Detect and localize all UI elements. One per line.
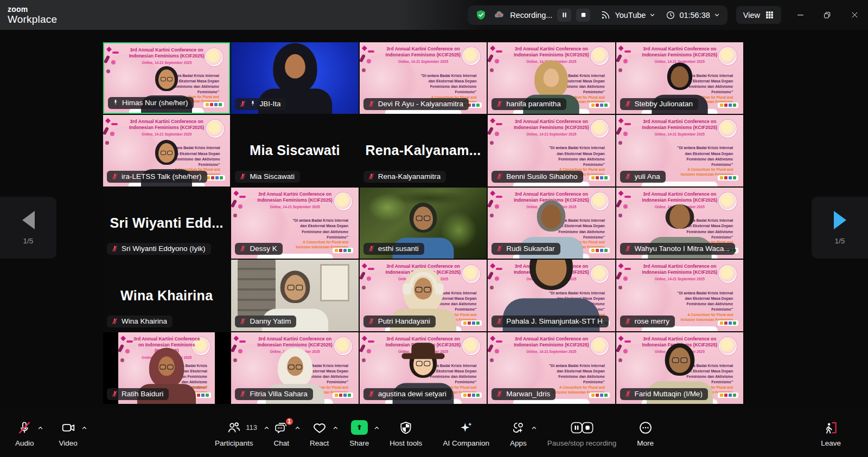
chat-button[interactable]: 1Chat [274, 420, 290, 447]
participant-tile[interactable]: 3rd Annual Kartini Conference on Indones… [616, 115, 743, 186]
leave-button[interactable]: Leave [821, 420, 841, 447]
mic-muted-icon [496, 173, 503, 180]
stop-recording-button[interactable] [576, 9, 590, 22]
participants-chevron-button[interactable] [264, 425, 270, 431]
participant-tile[interactable]: 3rd Annual Kartini Conference on Indones… [103, 42, 230, 114]
pause-stop-recording-button[interactable]: Pause/stop recording [547, 420, 617, 447]
participant-name-label: Fitria Villa Sahara [235, 388, 312, 400]
clock-icon [666, 10, 675, 20]
audio-chevron-button[interactable] [37, 425, 43, 431]
mic-muted-icon [624, 173, 631, 180]
window-controls [787, 0, 868, 30]
participant-tile[interactable]: 3rd Annual Kartini Conference on Indones… [616, 42, 743, 114]
share-chevron-button[interactable] [374, 425, 380, 431]
participant-tile[interactable]: Wina KhairinaWina Khairina [103, 260, 230, 331]
live-stream-selector[interactable]: YouTube [601, 10, 655, 20]
apps-chevron-button[interactable] [531, 425, 537, 431]
ai-companion-button[interactable]: AI Companion [443, 420, 489, 447]
toolbar-icon-row [511, 420, 525, 436]
participant-tile[interactable]: esthi susanti [360, 188, 487, 259]
participant-tile[interactable]: Rena-Kalyanam...Rena-Kalyanamitra [360, 115, 487, 186]
participant-name-label: agustina dewi setyari [363, 388, 452, 400]
toolbar-item-label: Host tools [390, 439, 422, 447]
slide-theme-quote: "Di antara Badai Krisis Internal dan Eks… [546, 363, 605, 385]
view-label: View [743, 11, 760, 20]
participant-tile[interactable]: Sri Wiyanti Edd...Sri Wiyanti Eddyono (I… [103, 188, 230, 259]
sponsor-logos-strip [461, 392, 482, 398]
participant-tile[interactable]: 3rd Annual Kartini Conference on Indones… [488, 260, 615, 331]
logo-zoom-text: zoom [8, 5, 57, 13]
slide-title: 3rd Annual Kartini Conference on Indones… [507, 336, 596, 348]
participant-name-label: Danny Yatim [235, 316, 296, 327]
video-button[interactable]: Video [59, 420, 78, 447]
face-shape [285, 54, 305, 79]
toolbar-icon-row: 113 [227, 420, 241, 436]
more-button[interactable]: More [637, 420, 654, 447]
toolbar-item-label: Leave [821, 439, 841, 447]
audio-button[interactable]: Audio [15, 420, 34, 447]
minimize-button[interactable] [787, 0, 814, 30]
participant-tile[interactable]: JBI-Ita [231, 42, 358, 114]
mic-muted-icon [239, 318, 246, 325]
participant-tile[interactable]: 3rd Annual Kartini Conference on Indones… [616, 260, 743, 331]
participant-name-label: Dessy K [235, 243, 282, 255]
participant-name-label: yuli Ana [620, 171, 666, 183]
participant-name-label: Devi R Ayu - Kalyanamitra [363, 98, 469, 110]
host-tools-button[interactable]: Host tools [390, 420, 422, 447]
participant-tile[interactable]: 3rd Annual Kartini Conference on Indones… [360, 332, 487, 404]
share-button[interactable]: Share [349, 420, 369, 447]
participants-count: 113 [246, 423, 257, 432]
apps-button[interactable]: Apps [510, 420, 527, 447]
participant-tile[interactable]: 3rd Annual Kartini Conference on Indones… [103, 332, 230, 404]
toolbar-icon-row [639, 420, 653, 436]
toolbar-icon-row [17, 420, 31, 436]
participant-name: agustina dewi setyari [378, 390, 446, 398]
react-button[interactable]: React [310, 420, 329, 447]
mic-muted-icon [624, 100, 631, 107]
face-shape [669, 204, 690, 229]
next-page-button[interactable]: 1/5 [812, 197, 868, 259]
participant-tile[interactable]: 3rd Annual Kartini Conference on Indones… [616, 188, 743, 259]
participant-name: rose merry [635, 317, 670, 325]
participant-tile[interactable]: 3rd Annual Kartini Conference on Indones… [488, 42, 615, 114]
participant-tile[interactable]: 3rd Annual Kartini Conference on Indones… [616, 332, 743, 404]
participant-tile[interactable]: 3rd Annual Kartini Conference on Indones… [488, 188, 615, 259]
slide-title: 3rd Annual Kartini Conference on Indones… [251, 191, 340, 203]
video-chevron-button[interactable] [81, 425, 87, 431]
participant-name-label: hanifa paramitha [492, 98, 566, 110]
participant-tile[interactable]: 3rd Annual Kartini Conference on Indones… [231, 188, 358, 259]
sponsor-logos-strip [333, 248, 353, 253]
participant-tile[interactable]: 3rd Annual Kartini Conference on Indones… [488, 115, 615, 186]
sponsor-logos-strip [203, 102, 224, 107]
participant-tile[interactable]: 3rd Annual Kartini Conference on Indones… [488, 332, 615, 404]
view-button[interactable]: View [736, 6, 781, 24]
mic-muted-icon [111, 390, 118, 397]
participant-tile[interactable]: Danny Yatim [231, 260, 358, 331]
close-button[interactable] [841, 0, 868, 30]
security-shield-icon[interactable] [475, 9, 487, 21]
next-page-arrow-icon [834, 211, 846, 229]
participant-tile[interactable]: Mia SiscawatiMia Siscawati [231, 115, 358, 186]
slide-title: 3rd Annual Kartini Conference on Indones… [123, 47, 210, 59]
toolbar-item-label: More [637, 439, 654, 447]
prev-page-button[interactable]: 1/5 [0, 197, 56, 259]
pause-recording-button[interactable] [557, 9, 571, 22]
toolbar-icon-row: 1 [275, 420, 289, 436]
participant-tile[interactable]: 3rd Annual Kartini Conference on Indones… [103, 115, 230, 186]
participant-name-label: Himas Nur (she/her) [108, 97, 194, 109]
chat-chevron-button[interactable] [295, 425, 301, 431]
participant-tile[interactable]: 3rd Annual Kartini Conference on Indones… [360, 42, 487, 114]
slide-title: 3rd Annual Kartini Conference on Indones… [635, 119, 724, 131]
participant-tile[interactable]: 3rd Annual Kartini Conference on Indones… [360, 260, 487, 331]
toolbar-item-label: Audio [15, 439, 34, 447]
glasses-icon [288, 365, 302, 370]
glasses-icon [161, 77, 173, 81]
stream-service-label: YouTube [615, 11, 646, 20]
hat-crown [411, 343, 435, 355]
participants-button[interactable]: 113Participants [215, 420, 253, 447]
react-chevron-button[interactable] [333, 425, 339, 431]
meeting-timer-selector[interactable]: 01:56:38 [666, 10, 719, 20]
participant-tile[interactable]: 3rd Annual Kartini Conference on Indones… [231, 332, 358, 404]
mic-muted-icon [624, 245, 631, 252]
restore-button[interactable] [814, 0, 841, 30]
